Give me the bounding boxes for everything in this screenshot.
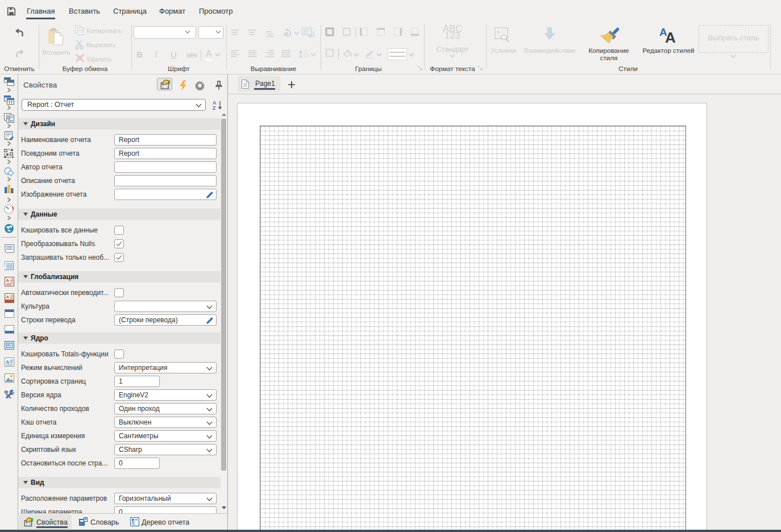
- svg-text:A: A: [665, 29, 676, 45]
- svg-text:A: A: [496, 29, 500, 35]
- svg-text:A: A: [8, 117, 10, 119]
- svg-text:A: A: [6, 359, 10, 365]
- svg-text:A: A: [6, 294, 10, 300]
- svg-text:Z: Z: [213, 105, 216, 110]
- svg-text:A: A: [6, 278, 10, 283]
